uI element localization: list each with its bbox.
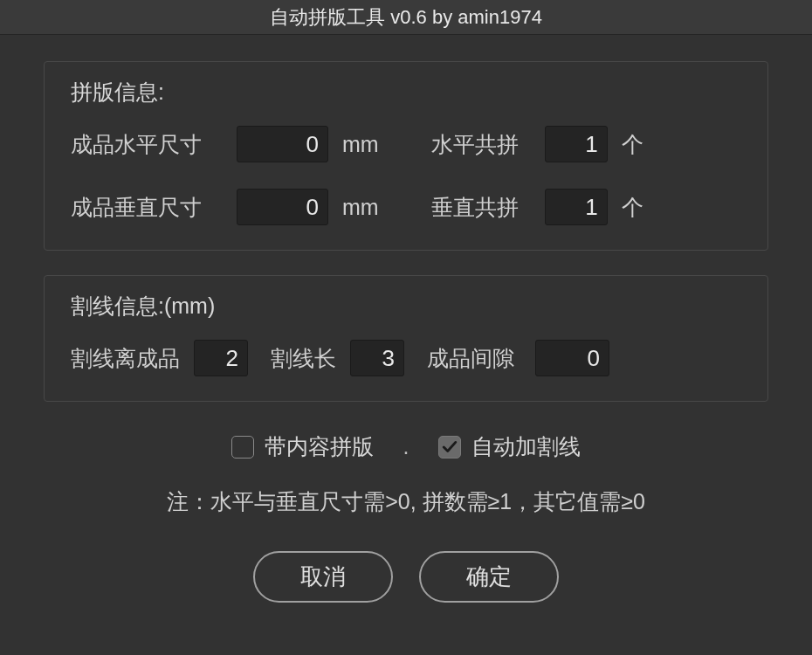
cut-length-input[interactable] [350, 340, 404, 376]
ok-button[interactable]: 确定 [419, 551, 559, 603]
h-size-input[interactable] [237, 126, 328, 162]
window-title: 自动拼版工具 v0.6 by amin1974 [270, 4, 542, 31]
h-size-label: 成品水平尺寸 [71, 130, 202, 159]
cut-offset-input[interactable] [194, 340, 248, 376]
cut-length-label: 割线长 [271, 344, 336, 373]
row-horizontal: 成品水平尺寸 mm 水平共拼 个 [71, 126, 741, 162]
cut-info-heading: 割线信息:(mm) [71, 292, 741, 321]
with-content-label: 带内容拼版 [265, 432, 374, 461]
panel-info-group: 拼版信息: 成品水平尺寸 mm 水平共拼 个 成品垂直尺寸 mm 垂直共拼 个 [44, 61, 768, 251]
options-separator: . [403, 434, 409, 459]
v-size-input[interactable] [237, 189, 328, 225]
v-size-label: 成品垂直尺寸 [71, 193, 202, 222]
h-count-unit: 个 [622, 130, 643, 159]
options-row: 带内容拼版 . 自动加割线 [44, 432, 768, 461]
cut-gap-label: 成品间隙 [427, 344, 514, 373]
h-count-input[interactable] [545, 126, 608, 162]
cut-row: 割线离成品 割线长 成品间隙 [71, 340, 741, 376]
window-titlebar: 自动拼版工具 v0.6 by amin1974 [0, 0, 812, 35]
check-icon [442, 439, 458, 455]
with-content-checkbox-wrap[interactable]: 带内容拼版 [231, 432, 374, 461]
v-count-label: 垂直共拼 [431, 193, 519, 222]
auto-cut-checkbox[interactable] [438, 436, 461, 458]
h-count-label: 水平共拼 [431, 130, 519, 159]
auto-cut-label: 自动加割线 [471, 432, 581, 461]
panel-info-heading: 拼版信息: [71, 78, 741, 107]
dialog-content: 拼版信息: 成品水平尺寸 mm 水平共拼 个 成品垂直尺寸 mm 垂直共拼 个 [0, 35, 812, 620]
auto-cut-checkbox-wrap[interactable]: 自动加割线 [438, 432, 581, 461]
row-vertical: 成品垂直尺寸 mm 垂直共拼 个 [71, 189, 741, 225]
cut-gap-input[interactable] [535, 340, 609, 376]
cut-offset-label: 割线离成品 [71, 344, 180, 373]
cancel-button[interactable]: 取消 [253, 551, 393, 603]
note-text: 注：水平与垂直尺寸需>0, 拼数需≥1，其它值需≥0 [44, 487, 768, 516]
with-content-checkbox[interactable] [231, 436, 254, 458]
v-count-input[interactable] [545, 189, 608, 225]
v-size-unit: mm [342, 195, 379, 220]
v-count-unit: 个 [622, 193, 643, 222]
cut-info-group: 割线信息:(mm) 割线离成品 割线长 成品间隙 [44, 275, 768, 402]
h-size-unit: mm [342, 132, 379, 157]
button-row: 取消 确定 [44, 551, 768, 603]
